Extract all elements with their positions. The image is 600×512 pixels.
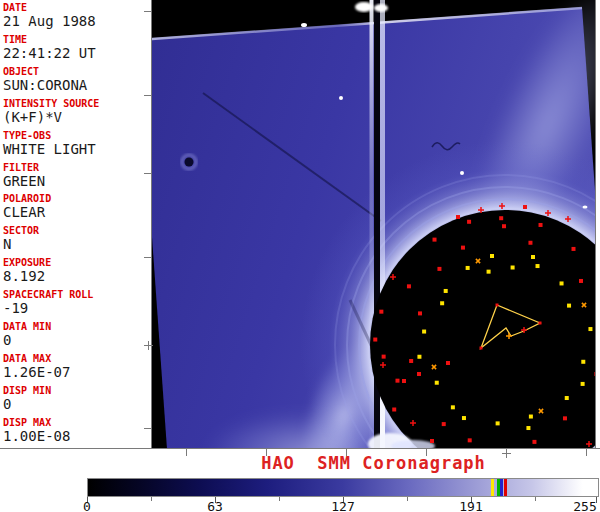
calib-dot (402, 379, 406, 383)
right-axis (595, 0, 596, 449)
calib-dot (466, 266, 470, 270)
calib-dot (567, 304, 571, 308)
colorbar-tick-label: 63 (207, 499, 223, 512)
calib-dot (468, 438, 472, 442)
colorbar-stripe (500, 479, 503, 496)
calib-dot (496, 421, 500, 425)
calib-dot (446, 361, 450, 365)
calib-dot (451, 405, 455, 409)
calib-dot (499, 216, 503, 220)
calib-dot (462, 416, 466, 420)
calib-dot (418, 311, 422, 315)
left-tick (144, 11, 152, 12)
left-tick (144, 428, 152, 429)
calib-dot (523, 205, 527, 209)
calib-dot (373, 338, 377, 342)
calib-dot (560, 281, 564, 285)
calib-dot (565, 396, 569, 400)
calib-dot (430, 439, 434, 443)
calib-dot (382, 355, 386, 359)
left-plus-tick (148, 341, 149, 350)
calib-dot (571, 247, 575, 251)
calib-dot (417, 355, 421, 359)
calib-dot (502, 224, 506, 228)
pylon-left-highlight (370, 0, 374, 448)
calib-dot (581, 360, 585, 364)
colorbar-minor-tick (407, 497, 408, 501)
left-tick (144, 257, 152, 258)
calib-dot (579, 279, 583, 283)
colorbar-minor-tick (535, 497, 536, 501)
calib-dot (395, 379, 399, 383)
pylon-top-flare (355, 2, 373, 12)
calib-dot (422, 330, 426, 334)
calib-dot (456, 215, 460, 219)
calib-dot (539, 223, 543, 227)
colorbar-tick-label: 255 (573, 499, 596, 512)
calib-dot (539, 322, 542, 325)
calib-dot (379, 310, 383, 314)
calib-dot (511, 266, 515, 270)
calib-dot (433, 238, 437, 242)
calib-dot (526, 426, 530, 430)
colorbar-minor-tick (279, 497, 280, 501)
bottom-axis (0, 448, 600, 449)
calib-dot (496, 304, 499, 307)
calib-dot (480, 347, 483, 350)
left-axis (151, 0, 152, 449)
calib-dot (490, 254, 494, 258)
calib-dot (563, 416, 567, 420)
left-tick (144, 173, 152, 174)
calib-dot (409, 359, 413, 363)
intensity-colorbar (87, 478, 599, 497)
smm-coronagraph-viewer: DATE21 Aug 1988TIME22:41:22 UTOBJECTSUN:… (0, 0, 600, 512)
calib-dot (588, 327, 592, 331)
calib-dot (536, 264, 540, 268)
calib-dot (444, 289, 448, 293)
calib-dot (442, 422, 446, 426)
calib-dot (461, 246, 465, 250)
calib-dot (392, 408, 396, 412)
colorbar-stripe (491, 479, 494, 496)
calib-dot (487, 270, 491, 274)
colorbar-tick-label: 191 (459, 499, 482, 512)
colorbar-tick-label: 127 (331, 499, 354, 512)
calib-dot (531, 255, 535, 259)
left-tick (144, 95, 152, 96)
pylon-top-flare (374, 4, 388, 12)
calib-dot (596, 423, 600, 427)
calib-dot (435, 381, 439, 385)
calib-dot (437, 267, 441, 271)
calib-dot (529, 415, 533, 419)
colorbar-tick-label: 0 (83, 499, 91, 512)
calib-dot (532, 440, 536, 444)
colorbar-minor-tick (151, 497, 152, 501)
calib-dot (581, 382, 585, 386)
coronagraph-image-canvas (0, 0, 600, 448)
colorbar-stripe (504, 479, 507, 496)
calib-dot (417, 372, 421, 376)
calib-dot (467, 220, 471, 224)
calib-dot (528, 241, 532, 245)
plot-title: HAO SMM Coronagraph (150, 453, 597, 473)
calib-dot (407, 284, 411, 288)
calib-dot (440, 301, 444, 305)
